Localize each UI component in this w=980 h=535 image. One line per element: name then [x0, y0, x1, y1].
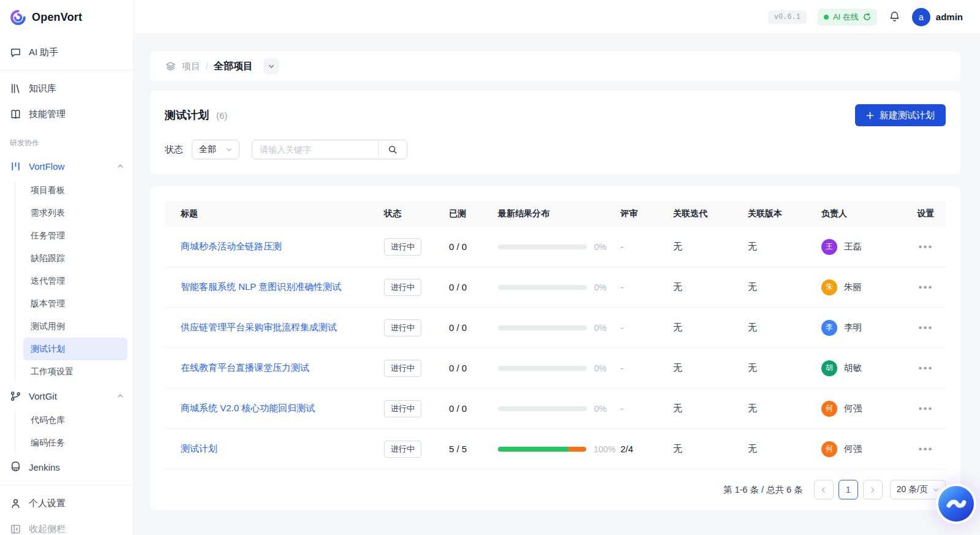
row-actions-button[interactable]: •••: [911, 281, 941, 294]
chat-icon: [10, 47, 21, 58]
sidebar-item-knowledge[interactable]: 知识库: [0, 75, 134, 101]
sub-item-label: 测试计划: [31, 344, 65, 355]
progress-bar: [498, 245, 587, 249]
sub-item-label: 缺陷跟踪: [31, 253, 65, 264]
chevron-up-icon[interactable]: [117, 393, 124, 400]
owner-avatar: 朱: [821, 279, 837, 295]
owner-avatar: 何: [821, 401, 837, 417]
row-actions-button[interactable]: •••: [911, 322, 941, 334]
status-badge: 进行中: [384, 360, 421, 377]
progress-bar: [498, 325, 587, 330]
version-value: 无: [748, 362, 821, 374]
review-value: -: [620, 363, 673, 373]
ai-status-label: AI 在线: [833, 12, 859, 23]
sidebar-item-jenkins[interactable]: Jenkins: [0, 454, 134, 480]
layers-icon: [165, 61, 176, 72]
test-plan-link[interactable]: 商城系统 V2.0 核心功能回归测试: [181, 403, 315, 413]
page-size-select[interactable]: 20 条/页: [890, 480, 946, 499]
sidebar-divider: [0, 485, 134, 485]
owner-avatar: 李: [821, 320, 837, 336]
iteration-value: 无: [673, 403, 748, 414]
main-content: 项目 / 全部项目 测试计划 (6) 新建测试计划 状态 全部: [134, 34, 980, 535]
sidebar-item-skills[interactable]: 技能管理: [0, 101, 134, 127]
owner-name: 胡敏: [844, 362, 862, 374]
user-avatar[interactable]: a: [912, 8, 930, 26]
table-row: 测试计划 进行中 5 / 5 100% 2/4 无 无 何何强 •••: [165, 429, 946, 469]
next-page-button[interactable]: [863, 480, 883, 499]
version-value: 无: [748, 281, 821, 293]
table-row: 商城系统 V2.0 核心功能回归测试 进行中 0 / 0 0% - 无 无 何何…: [165, 389, 946, 429]
page-size-value: 20 条/页: [897, 484, 928, 495]
table-row: 在线教育平台直播课堂压力测试 进行中 0 / 0 0% - 无 无 胡胡敏 ••…: [165, 348, 946, 389]
progress-percent: 0%: [594, 363, 606, 373]
sidebar-item-versions[interactable]: 版本管理: [0, 292, 127, 315]
test-plan-link[interactable]: 供应链管理平台采购审批流程集成测试: [181, 322, 337, 332]
ai-chat-fab[interactable]: [938, 486, 974, 522]
sub-item-label: 工作项设置: [31, 366, 74, 378]
sidebar-item-vortflow[interactable]: VortFlow: [0, 153, 134, 179]
sub-item-label: 项目看板: [31, 185, 65, 196]
sidebar-item-workitem-settings[interactable]: 工作项设置: [0, 360, 127, 383]
row-actions-button[interactable]: •••: [911, 403, 941, 415]
sidebar-item-collapse[interactable]: 收起侧栏: [0, 516, 134, 535]
progress-bar: [498, 447, 586, 452]
openvort-swirl-icon: [10, 9, 26, 26]
chevron-up-icon[interactable]: [117, 163, 124, 170]
status-filter-select[interactable]: 全部: [192, 140, 239, 159]
sidebar-item-profile-settings[interactable]: 个人设置: [0, 490, 134, 516]
book-icon: [10, 108, 21, 120]
new-test-plan-label: 新建测试计划: [880, 110, 935, 121]
sub-item-label: 任务管理: [31, 230, 65, 241]
iteration-value: 无: [673, 281, 748, 293]
sidebar-item-label: 个人设置: [29, 498, 66, 509]
row-actions-button[interactable]: •••: [911, 443, 941, 455]
test-plan-link[interactable]: 测试计划: [181, 443, 217, 453]
iteration-value: 无: [673, 443, 748, 455]
sidebar-item-test-cases[interactable]: 测试用例: [0, 315, 127, 338]
row-actions-button[interactable]: •••: [911, 362, 941, 374]
row-actions-button[interactable]: •••: [911, 241, 941, 253]
sidebar-item-test-plans-active[interactable]: 测试计划: [23, 338, 127, 360]
page-number-button[interactable]: 1: [839, 480, 858, 499]
sub-item-label: 代码仓库: [31, 415, 65, 426]
search-button[interactable]: [378, 140, 407, 159]
project-switcher-button[interactable]: [263, 58, 279, 74]
sidebar-item-vortgit[interactable]: VortGit: [0, 383, 134, 409]
breadcrumb-current[interactable]: 全部项目: [214, 60, 253, 73]
breadcrumb-root[interactable]: 项目: [182, 61, 200, 72]
bell-icon[interactable]: [888, 10, 901, 23]
prev-page-button[interactable]: [814, 480, 834, 499]
sidebar-item-project-board[interactable]: 项目看板: [0, 179, 127, 202]
user-icon: [10, 498, 21, 509]
test-plan-link[interactable]: 智能客服系统 NLP 意图识别准确性测试: [181, 281, 341, 292]
ai-status-badge[interactable]: AI 在线: [818, 9, 877, 26]
review-value: -: [620, 282, 673, 292]
git-branch-icon: [10, 390, 21, 402]
owner-avatar: 何: [821, 441, 837, 457]
sidebar-item-coding-tasks[interactable]: 编码任务: [0, 431, 127, 454]
test-plan-table-card: 标题 状态 已测 最新结果分布 评审 关联迭代 关联版本 负责人 设置 商城秒杀…: [150, 186, 960, 510]
review-value: -: [620, 322, 673, 333]
new-test-plan-button[interactable]: 新建测试计划: [855, 104, 946, 126]
progress-percent: 0%: [594, 283, 606, 292]
sidebar-item-defects[interactable]: 缺陷跟踪: [0, 247, 127, 270]
sidebar-item-tasks[interactable]: 任务管理: [0, 224, 127, 247]
sidebar-item-ai-assistant[interactable]: AI 助手: [0, 39, 134, 65]
tested-count: 0 / 0: [449, 241, 498, 252]
keyword-search-input[interactable]: [252, 140, 378, 159]
sub-item-label: 需求列表: [31, 208, 65, 219]
progress-bar: [498, 406, 587, 411]
refresh-icon[interactable]: [863, 13, 871, 21]
chevron-down-icon: [933, 487, 939, 493]
sidebar-item-code-repos[interactable]: 代码仓库: [0, 409, 127, 431]
status-badge: 进行中: [384, 279, 421, 296]
column-header-review: 评审: [620, 208, 673, 219]
progress-bar: [498, 366, 587, 371]
sidebar-item-requirements[interactable]: 需求列表: [0, 202, 127, 224]
test-plan-link[interactable]: 在线教育平台直播课堂压力测试: [181, 362, 309, 373]
tested-count: 0 / 0: [449, 322, 498, 333]
owner-avatar: 胡: [821, 360, 837, 376]
test-plan-link[interactable]: 商城秒杀活动全链路压测: [181, 241, 282, 251]
sidebar-item-iterations[interactable]: 迭代管理: [0, 270, 127, 292]
user-menu[interactable]: a admin: [912, 8, 963, 26]
